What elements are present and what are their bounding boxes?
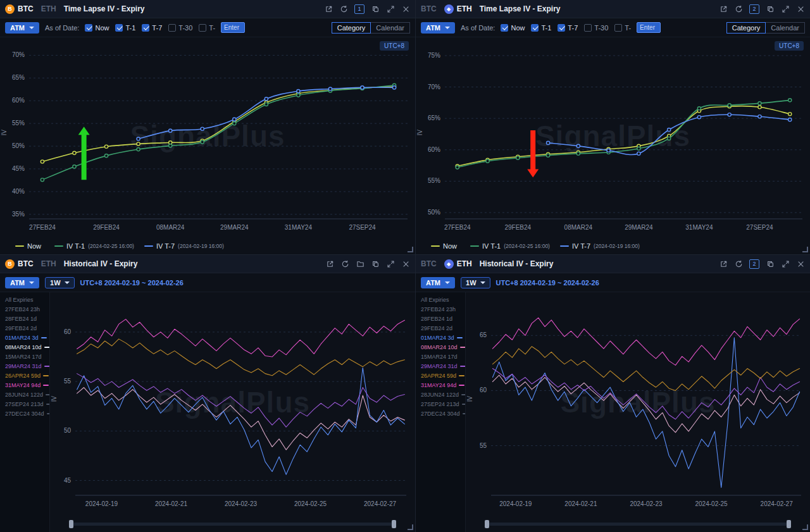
expiry-list-item[interactable]: 31MAY24 94d [0, 380, 49, 390]
time-range-slider[interactable] [69, 523, 396, 526]
category-button[interactable]: Category [332, 22, 371, 34]
expand-icon[interactable] [781, 4, 790, 13]
legend-item[interactable]: Now [431, 242, 460, 250]
expiry-list-item[interactable]: 27SEP24 213d [0, 399, 49, 409]
tab-eth[interactable]: ◆ ETH [444, 259, 472, 269]
expiry-list-item[interactable]: 31MAY24 94d [416, 380, 465, 390]
legend-item[interactable]: IV T-1 (2024-02-25 16:00) [470, 242, 550, 250]
expiry-list-item[interactable]: 27FEB24 23h [0, 304, 49, 314]
expand-icon[interactable] [386, 259, 395, 268]
resize-grip[interactable] [408, 524, 413, 530]
expiry-list-item[interactable]: 27SEP24 213d [416, 399, 465, 409]
asof-checkbox[interactable]: Now [85, 24, 109, 32]
slider-handle-left[interactable] [69, 520, 73, 528]
historical-chart-eth[interactable]: SignalPlus 5560652024-02-192024-02-21202… [466, 292, 810, 516]
expiry-list-item[interactable]: 28FEB24 1d [0, 314, 49, 323]
atm-dropdown[interactable]: ATM [421, 277, 455, 288]
duplicate-icon[interactable] [371, 4, 380, 13]
expiry-list-item[interactable]: 26APR24 59d [0, 371, 49, 380]
expand-icon[interactable] [781, 259, 790, 268]
refresh-icon[interactable] [734, 4, 743, 13]
asof-checkbox[interactable]: T-1 [115, 24, 135, 32]
asof-checkbox[interactable]: T- [614, 24, 631, 32]
period-dropdown[interactable]: 1W [45, 277, 75, 288]
window-count-badge[interactable]: 2 [749, 259, 759, 269]
slider-handle-right[interactable] [787, 520, 791, 528]
expiry-list-item[interactable]: 27DEC24 304d [0, 409, 49, 418]
expiry-list-item[interactable]: 28JUN24 122d [0, 390, 49, 399]
expiry-list-item[interactable]: 28FEB24 1d [416, 314, 465, 323]
asof-checkbox[interactable]: T-7 [558, 24, 578, 32]
tab-btc[interactable]: BTC [421, 259, 437, 268]
tab-btc[interactable]: B BTC [5, 4, 34, 14]
calendar-button[interactable]: Calendar [765, 22, 805, 34]
historical-chart-canvas[interactable]: 455055602024-02-192024-02-212024-02-2320… [50, 292, 415, 516]
external-link-icon[interactable] [719, 259, 728, 268]
expiry-list-item[interactable]: All Expiries [416, 295, 465, 304]
category-button[interactable]: Category [726, 22, 766, 34]
calendar-button[interactable]: Calendar [370, 22, 410, 34]
expiry-list-item[interactable]: 15MAR24 17d [416, 352, 465, 361]
historical-chart-btc[interactable]: SignalPlus 455055602024-02-192024-02-212… [50, 292, 415, 516]
legend-item[interactable]: IV T-7 (2024-02-19 16:00) [560, 242, 640, 250]
expiry-list-item[interactable]: 29FEB24 2d [0, 323, 49, 333]
expiry-list-item[interactable]: 01MAR24 3d [0, 333, 49, 342]
close-icon[interactable] [796, 259, 805, 268]
slider-handle-right[interactable] [392, 520, 396, 528]
t-custom-input[interactable] [221, 22, 245, 33]
tab-eth[interactable]: ◆ ETH [444, 4, 472, 14]
close-icon[interactable] [401, 4, 410, 13]
asof-checkbox[interactable]: T- [199, 24, 215, 32]
duplicate-icon[interactable] [766, 4, 775, 13]
external-link-icon[interactable] [324, 4, 333, 13]
slider-handle-left[interactable] [485, 520, 489, 528]
time-range-slider[interactable] [485, 523, 791, 526]
expiry-list-item[interactable]: 08MAR24 10d [416, 342, 465, 352]
asof-checkbox[interactable]: Now [501, 24, 525, 32]
expiry-list-item[interactable]: 08MAR24 10d [0, 342, 49, 352]
atm-dropdown[interactable]: ATM [421, 22, 455, 34]
expiry-list-item[interactable]: 27FEB24 23h [416, 304, 465, 314]
close-icon[interactable] [401, 259, 410, 268]
historical-chart-canvas[interactable]: 5560652024-02-192024-02-212024-02-232024… [466, 292, 810, 516]
expiry-list-item[interactable]: 29MAR24 31d [0, 361, 49, 371]
expand-icon[interactable] [386, 4, 395, 13]
resize-grip[interactable] [408, 247, 413, 252]
resize-grip[interactable] [802, 524, 808, 530]
timelapse-chart-eth[interactable]: 50%55%60%65%70%75%27FEB2429FEB2408MAR242… [416, 37, 810, 238]
duplicate-icon[interactable] [371, 259, 380, 268]
expiry-list-item[interactable]: 29FEB24 2d [416, 323, 465, 333]
asof-checkbox[interactable]: T-1 [531, 24, 551, 32]
duplicate-icon[interactable] [766, 259, 775, 268]
folder-icon[interactable] [356, 259, 364, 268]
close-icon[interactable] [796, 4, 805, 13]
expiry-list-item[interactable]: 28JUN24 122d [416, 390, 465, 399]
resize-grip[interactable] [802, 247, 808, 252]
asof-checkbox[interactable]: T-30 [584, 24, 608, 32]
expiry-list-item[interactable]: 27DEC24 304d [416, 409, 465, 418]
asof-checkbox[interactable]: T-7 [142, 24, 162, 32]
window-count-badge[interactable]: 2 [749, 4, 759, 14]
legend-item[interactable]: IV T-1 (2024-02-25 16:00) [54, 242, 134, 250]
timelapse-chart-btc[interactable]: 35%40%45%50%55%60%65%70%27FEB2429FEB2408… [0, 37, 415, 238]
expiry-list-item[interactable]: All Expiries [0, 295, 49, 304]
expiry-list-item[interactable]: 15MAR24 17d [0, 352, 49, 361]
asof-checkbox[interactable]: T-30 [168, 24, 192, 32]
legend-item[interactable]: Now [15, 242, 44, 250]
legend-item[interactable]: IV T-7 (2024-02-19 16:00) [144, 242, 224, 250]
refresh-icon[interactable] [340, 259, 349, 268]
expiry-list-item[interactable]: 26APR24 59d [416, 371, 465, 380]
window-count-badge[interactable]: 1 [354, 4, 364, 14]
atm-dropdown[interactable]: ATM [5, 22, 39, 34]
atm-dropdown[interactable]: ATM [5, 277, 39, 288]
external-link-icon[interactable] [719, 4, 728, 13]
tab-eth[interactable]: ETH [41, 259, 56, 268]
expiry-list-item[interactable]: 01MAR24 3d [416, 333, 465, 342]
tab-btc[interactable]: BTC [421, 4, 437, 13]
refresh-icon[interactable] [734, 259, 743, 268]
external-link-icon[interactable] [325, 259, 334, 268]
expiry-list-item[interactable]: 29MAR24 31d [416, 361, 465, 371]
tab-eth[interactable]: ETH [41, 4, 56, 13]
tab-btc[interactable]: B BTC [5, 259, 34, 269]
period-dropdown[interactable]: 1W [461, 277, 490, 288]
